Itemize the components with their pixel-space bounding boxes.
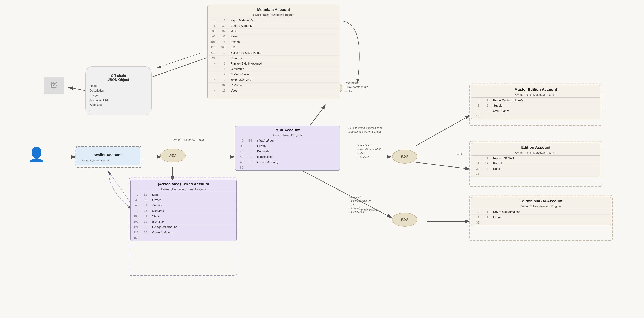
pda-top-annotation: "metadata" + tokenMetadataPID + Mint bbox=[345, 77, 370, 93]
table-row: 4636Freeze Authority bbox=[236, 160, 340, 165]
table-row: 032Mint bbox=[130, 192, 236, 197]
metadata-account-owner: Owner: Token Metadata Program bbox=[208, 13, 340, 18]
mint-account-title: Mint Account bbox=[236, 126, 340, 133]
table-row: 3332Mint bbox=[208, 29, 340, 34]
offchain-item: Name bbox=[90, 84, 147, 88]
pda-middle-oval: PDA bbox=[160, 149, 186, 162]
offchain-title: Off-chain JSON Object bbox=[90, 70, 147, 82]
table-row: 648Amount bbox=[130, 203, 236, 208]
svg-line-12 bbox=[415, 115, 470, 146]
edition-marker-title: Edition Marker Account bbox=[472, 197, 610, 204]
image-placeholder: 🖼 bbox=[44, 77, 64, 94]
table-row: 01Key = MasterEditionV2 bbox=[472, 98, 600, 103]
token-account-table: 032Mint3232Owner648Amount7236Delegate108… bbox=[130, 192, 236, 241]
table-row: 6536Name bbox=[208, 34, 340, 39]
edition-account-owner: Owner: Token Metadata Program bbox=[472, 151, 600, 156]
offchain-item: Image bbox=[90, 93, 147, 98]
table-row: 115204URI bbox=[208, 45, 340, 50]
edition-marker-box: Edition Marker Account Owner: Token Meta… bbox=[471, 197, 611, 225]
table-row: 01Key = EditionV1 bbox=[472, 156, 600, 161]
table-row: ~ bbox=[208, 93, 340, 99]
or-text: OR bbox=[456, 152, 462, 156]
offchain-item: Description bbox=[90, 88, 147, 93]
mint-account-table: 036Mint Authority368Supply441Decimals451… bbox=[236, 138, 340, 170]
table-row: 132Update Authority bbox=[208, 23, 340, 29]
token-account-owner: Owner: (Associated) Token Program bbox=[130, 187, 236, 192]
offchain-item: Attributes bbox=[90, 103, 147, 107]
offchain-items: NameDescriptionImageAnimation URLAttribu… bbox=[90, 84, 147, 112]
edition-marker-table: 01Key = EditionMarker131Ledger32 bbox=[472, 209, 610, 225]
table-row: 131Ledger bbox=[472, 215, 610, 220]
master-edition-box: Master Edition Account Owner: Token Meta… bbox=[471, 85, 600, 119]
mint-account-owner: Owner: Token Program bbox=[236, 133, 340, 138]
table-row: 451Is Initialized bbox=[236, 154, 340, 160]
offchain-item: Animation URL bbox=[90, 98, 147, 103]
pda-lower-oval: PDA bbox=[392, 213, 417, 227]
table-row: 132Parent bbox=[472, 161, 600, 166]
nonfungible-note: For non-fungible tokens only. It becomes… bbox=[348, 122, 383, 134]
table-row: 1081State bbox=[130, 214, 236, 219]
token-account-box: (Associated) Token Account Owner: (Assoc… bbox=[130, 180, 236, 241]
table-row: 036Mint Authority bbox=[236, 138, 340, 143]
table-row: 18Supply bbox=[472, 103, 600, 108]
table-row: 10912Is Native bbox=[130, 219, 236, 225]
table-row: 41 bbox=[472, 172, 600, 177]
table-row: 01Key = MetadataV1 bbox=[208, 18, 340, 23]
table-row: 1218Delegated Amount bbox=[130, 225, 236, 230]
offchain-item: ... bbox=[90, 107, 147, 112]
edition-account-table: 01Key = EditionV1132Parent338Edition41 bbox=[472, 156, 600, 177]
pda-right-oval: PDA bbox=[392, 150, 417, 164]
table-row: 165 bbox=[130, 235, 236, 241]
table-row: 368Supply bbox=[236, 143, 340, 149]
table-row: 7236Delegate bbox=[130, 208, 236, 214]
edition-account-title: Edition Account bbox=[472, 143, 600, 151]
metadata-account-table: 01Key = MetadataV1132Update Authority333… bbox=[208, 18, 340, 99]
table-row: 99Max Supply bbox=[472, 108, 600, 114]
svg-line-9 bbox=[68, 87, 86, 91]
master-edition-title: Master Edition Account bbox=[472, 85, 600, 93]
table-row: ~2Token Standard bbox=[208, 77, 340, 83]
pda-lower-annotation: "metadata" + tokenMetadataPID + Mint + "… bbox=[348, 192, 371, 214]
master-edition-table: 01Key = MasterEditionV218Supply99Max Sup… bbox=[472, 98, 600, 119]
table-row: ~2Edition Nonce bbox=[208, 72, 340, 77]
svg-line-8 bbox=[143, 58, 207, 80]
svg-line-13 bbox=[415, 162, 470, 169]
person-icon: 👤 bbox=[28, 146, 45, 163]
table-row: ~34Collection bbox=[208, 83, 340, 88]
pda-middle-annotation: Owner + tokenPID + Mint bbox=[172, 138, 204, 142]
table-row: 32 bbox=[472, 220, 610, 225]
mint-account-box: Mint Account Owner: Token Program 036Min… bbox=[235, 126, 340, 170]
metadata-account-title: Metadata Account bbox=[208, 6, 340, 13]
table-row: ~1Primary Sale Happened bbox=[208, 61, 340, 66]
table-row: 3192Seller Fee Basis Points bbox=[208, 50, 340, 56]
master-edition-owner: Owner: Token Metadata Program bbox=[472, 93, 600, 98]
table-row: 01Key = EditionMarker bbox=[472, 209, 610, 215]
edition-marker-owner: Owner: Token Metadata Program bbox=[472, 204, 610, 209]
table-row: 338Edition bbox=[472, 166, 600, 172]
metadata-account-box: Metadata Account Owner: Token Metadata P… bbox=[207, 5, 340, 99]
table-row: 441Decimals bbox=[236, 149, 340, 154]
table-row: 321~Creators bbox=[208, 56, 340, 61]
table-row: 12936Close Authority bbox=[130, 230, 236, 235]
table-row: ~1Is Mutable bbox=[208, 66, 340, 72]
table-row: 10114Symbol bbox=[208, 39, 340, 45]
diagram-container: 👤 Wallet Account Owner: System Program O… bbox=[0, 0, 644, 318]
pda-right-annotation: "metadata" + tokenMetadataPID + Mint + "… bbox=[357, 139, 381, 159]
table-row: 18 bbox=[472, 114, 600, 119]
table-row: ~18Uses bbox=[208, 88, 340, 93]
table-row: 82 bbox=[236, 165, 340, 170]
table-row: 3232Owner bbox=[130, 197, 236, 203]
offchain-cloud: Off-chain JSON Object NameDescriptionIma… bbox=[86, 66, 152, 115]
edition-account-box: Edition Account Owner: Token Metadata Pr… bbox=[471, 143, 600, 177]
wallet-account-box: Wallet Account Owner: System Program bbox=[76, 147, 140, 165]
wallet-account-title: Wallet Account bbox=[81, 151, 135, 158]
svg-line-10 bbox=[157, 51, 207, 68]
wallet-account-owner: Owner: System Program bbox=[81, 159, 135, 162]
token-account-title: (Associated) Token Account bbox=[130, 180, 236, 187]
